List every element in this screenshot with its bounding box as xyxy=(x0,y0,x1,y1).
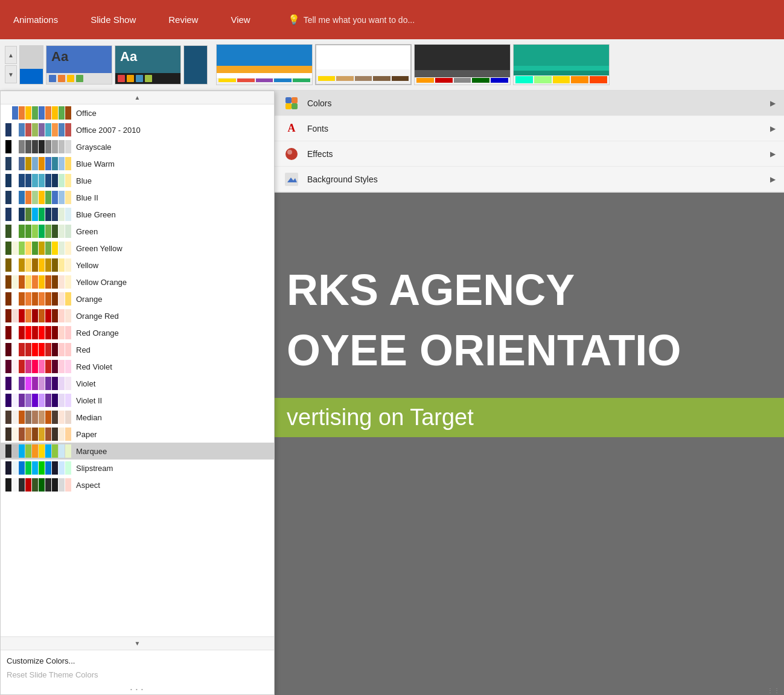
color-item-8[interactable]: Green Yellow xyxy=(1,240,274,257)
effects-icon xyxy=(283,146,300,162)
color-swatches-0 xyxy=(5,106,71,120)
color-item-20[interactable]: Marquee xyxy=(1,443,274,460)
slide-preview: RKS AGENCY OYEE ORIENTATIO vertising on … xyxy=(275,193,784,695)
resize-handle[interactable]: ⋮⋮ xyxy=(767,687,780,694)
theme-thumb-1[interactable] xyxy=(19,45,43,85)
menu-effects[interactable]: Effects ▶ xyxy=(275,141,784,167)
color-item-14[interactable]: Red xyxy=(1,341,274,358)
tab-review[interactable]: Review xyxy=(161,10,205,30)
right-theme-1[interactable] xyxy=(216,44,313,85)
right-theme-4[interactable] xyxy=(513,44,610,85)
color-name-19: Paper xyxy=(76,430,269,439)
menu-colors[interactable]: Colors ▶ xyxy=(275,91,784,116)
svg-point-6 xyxy=(287,150,292,155)
right-theme-3[interactable] xyxy=(414,44,511,85)
color-name-2: Grayscale xyxy=(76,143,269,152)
color-swatches-22 xyxy=(5,478,71,492)
color-item-6[interactable]: Blue Green xyxy=(1,206,274,223)
color-name-17: Violet II xyxy=(76,396,269,405)
theme-thumb-3[interactable]: Aa xyxy=(115,45,181,85)
theme-thumb-2[interactable]: Aa xyxy=(46,45,112,85)
slide-accent-bar: vertising on Target xyxy=(275,398,784,437)
color-swatches-14 xyxy=(5,343,71,356)
slide-accent-text: vertising on Target xyxy=(287,405,474,431)
effects-label: Effects xyxy=(307,149,763,159)
color-name-21: Slipstream xyxy=(76,464,269,473)
color-item-12[interactable]: Orange Red xyxy=(1,307,274,324)
color-item-16[interactable]: Violet xyxy=(1,375,274,392)
color-swatches-13 xyxy=(5,326,71,339)
themes-scroll[interactable]: ▲ ▼ xyxy=(5,46,17,83)
color-name-14: Red xyxy=(76,345,269,354)
color-swatches-1 xyxy=(5,123,71,136)
themes-scroll-up[interactable]: ▲ xyxy=(5,46,17,64)
colors-arrow: ▶ xyxy=(770,99,776,107)
color-name-8: Green Yellow xyxy=(76,244,269,253)
color-item-22[interactable]: Aspect xyxy=(1,476,274,493)
themes-row: ▲ ▼ Aa Aa xyxy=(0,39,784,91)
color-item-13[interactable]: Red Orange xyxy=(1,324,274,341)
color-item-5[interactable]: Blue II xyxy=(1,189,274,206)
color-item-18[interactable]: Median xyxy=(1,409,274,426)
svg-rect-3 xyxy=(285,103,292,109)
color-item-17[interactable]: Violet II xyxy=(1,392,274,409)
color-swatches-20 xyxy=(5,444,71,458)
color-swatches-12 xyxy=(5,309,71,322)
color-item-19[interactable]: Paper xyxy=(1,426,274,443)
color-name-7: Green xyxy=(76,227,269,236)
color-name-0: Office xyxy=(76,109,269,118)
color-list: OfficeOffice 2007 - 2010GrayscaleBlue Wa… xyxy=(1,104,274,636)
color-item-21[interactable]: Slipstream xyxy=(1,460,274,476)
color-name-4: Blue xyxy=(76,176,269,185)
list-scroll-down[interactable]: ▼ xyxy=(1,636,274,650)
menu-background-styles[interactable]: Background Styles ▶ xyxy=(275,167,784,192)
color-name-5: Blue II xyxy=(76,193,269,202)
background-styles-label: Background Styles xyxy=(307,175,763,184)
color-swatches-9 xyxy=(5,258,71,272)
color-item-4[interactable]: Blue xyxy=(1,172,274,189)
color-swatches-2 xyxy=(5,140,71,153)
tell-me-text: Tell me what you want to do... xyxy=(304,15,415,25)
color-swatches-16 xyxy=(5,377,71,390)
themes-scroll-down[interactable]: ▼ xyxy=(5,65,17,83)
background-styles-icon xyxy=(283,171,300,188)
theme-thumb-4[interactable] xyxy=(183,45,208,85)
svg-rect-1 xyxy=(285,97,292,103)
customize-colors-link[interactable]: Customize Colors... xyxy=(7,654,268,668)
ribbon-bar: Animations Slide Show Review View 💡 Tell… xyxy=(0,0,784,39)
colors-label: Colors xyxy=(307,98,763,108)
color-item-0[interactable]: Office xyxy=(1,104,274,121)
reset-colors-link: Reset Slide Theme Colors xyxy=(7,668,268,682)
color-item-2[interactable]: Grayscale xyxy=(1,138,274,155)
color-swatches-3 xyxy=(5,157,71,170)
colors-icon xyxy=(283,95,300,112)
list-scroll-up[interactable]: ▲ xyxy=(1,91,274,104)
color-swatches-5 xyxy=(5,191,71,204)
svg-rect-2 xyxy=(292,97,298,103)
color-name-22: Aspect xyxy=(76,481,269,490)
color-swatches-19 xyxy=(5,428,71,441)
color-item-7[interactable]: Green xyxy=(1,223,274,240)
tab-view[interactable]: View xyxy=(223,10,257,30)
color-swatches-21 xyxy=(5,461,71,475)
tab-slideshow[interactable]: Slide Show xyxy=(83,10,143,30)
color-item-11[interactable]: Orange xyxy=(1,290,274,307)
color-swatches-17 xyxy=(5,394,71,407)
menu-fonts[interactable]: A Fonts ▶ xyxy=(275,116,784,141)
main-area: ▲ OfficeOffice 2007 - 2010GrayscaleBlue … xyxy=(0,91,784,695)
svg-point-5 xyxy=(285,148,298,160)
tab-animations[interactable]: Animations xyxy=(6,10,65,30)
slide-text-1: RKS AGENCY xyxy=(275,265,784,315)
color-item-10[interactable]: Yellow Orange xyxy=(1,274,274,290)
color-item-3[interactable]: Blue Warm xyxy=(1,155,274,172)
svg-rect-4 xyxy=(292,103,298,109)
color-swatches-4 xyxy=(5,174,71,187)
color-dropdown: ▲ OfficeOffice 2007 - 2010GrayscaleBlue … xyxy=(0,91,275,695)
color-item-9[interactable]: Yellow xyxy=(1,257,274,274)
color-name-11: Orange xyxy=(76,295,269,304)
color-name-1: Office 2007 - 2010 xyxy=(76,126,269,135)
tell-me-box[interactable]: 💡 Tell me what you want to do... xyxy=(288,14,415,25)
color-item-1[interactable]: Office 2007 - 2010 xyxy=(1,121,274,138)
right-theme-2[interactable] xyxy=(315,44,412,85)
color-item-15[interactable]: Red Violet xyxy=(1,358,274,375)
